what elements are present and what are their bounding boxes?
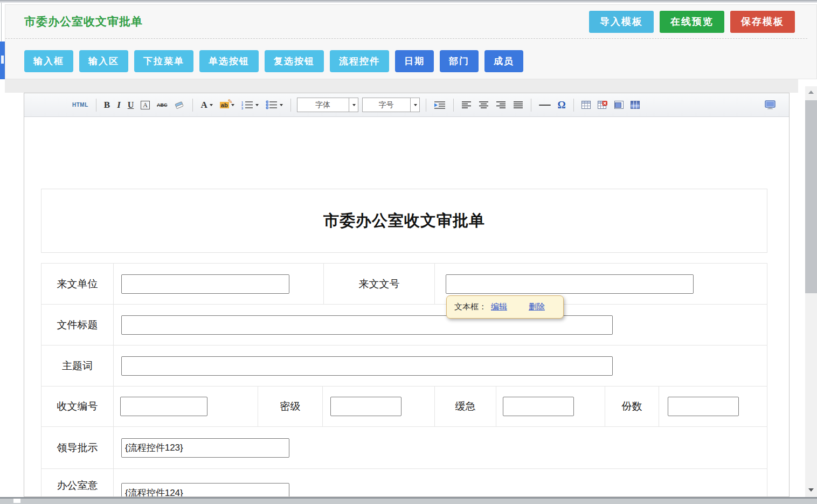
unordered-list-icon	[266, 100, 278, 109]
template-header-panel: 市委办公室收文审批单 导入模板 在线预览 保存模板 输入框 输入区 下拉菜单 单…	[5, 4, 817, 79]
editor-toolbar: HTML B I U A ABC A ab 1 2 3	[24, 93, 789, 117]
font-color-button[interactable]: A	[199, 99, 214, 112]
arrow-up-icon	[808, 91, 814, 94]
scroll-up-button[interactable]	[805, 86, 817, 98]
scrollbar-track[interactable]	[805, 86, 817, 497]
toolbar-separator	[192, 99, 193, 112]
window-top-edge	[0, 0, 817, 3]
leader-comments-cell	[114, 427, 767, 469]
font-family-select[interactable]: 字体	[297, 98, 358, 112]
italic-icon: I	[117, 100, 121, 111]
form-table: 来文单位 来文文号 文件标题 主题词	[41, 263, 767, 497]
table-cell-icon	[614, 101, 624, 109]
receipt-number-input[interactable]	[120, 397, 207, 416]
save-template-button[interactable]: 保存模板	[730, 11, 795, 33]
table-row: 领导批示	[41, 427, 767, 469]
secrecy-cell	[323, 386, 435, 427]
strikethrough-button[interactable]: ABC	[155, 101, 169, 109]
widget-textarea-button[interactable]: 输入区	[79, 50, 128, 72]
copies-input[interactable]	[668, 397, 739, 416]
strikethrough-icon: ABC	[157, 102, 168, 108]
subject-words-input[interactable]	[121, 356, 613, 376]
table-row: 来文单位 来文文号	[41, 264, 767, 305]
widget-department-button[interactable]: 部门	[440, 50, 479, 72]
widget-flow-control-button[interactable]: 流程控件	[330, 50, 389, 72]
incoming-number-label: 来文文号	[324, 264, 435, 305]
secrecy-input[interactable]	[330, 397, 401, 416]
toolbar-separator	[426, 99, 426, 112]
remove-format-button[interactable]	[172, 99, 186, 111]
fullscreen-button[interactable]	[763, 99, 777, 111]
scrollbar-thumb[interactable]	[805, 100, 817, 293]
justify-icon	[513, 101, 523, 109]
tooltip-delete-link[interactable]: 删除	[529, 302, 545, 312]
widget-toolbar: 输入框 输入区 下拉菜单 单选按钮 复选按钮 流程控件 日期 部门 成员	[5, 39, 816, 72]
align-center-button[interactable]	[477, 100, 490, 110]
online-preview-button[interactable]: 在线预览	[660, 11, 724, 33]
font-style-button[interactable]: A	[139, 100, 151, 111]
ordered-list-icon: 1 2 3	[241, 100, 253, 109]
doc-title-label: 文件标题	[41, 305, 114, 346]
copies-label: 份数	[605, 386, 659, 427]
fullscreen-monitor-icon	[765, 100, 776, 109]
unordered-list-button[interactable]	[264, 99, 285, 111]
dropdown-button[interactable]	[410, 98, 419, 112]
font-style-icon: A	[141, 101, 150, 109]
align-right-button[interactable]	[494, 100, 508, 110]
underline-button[interactable]: U	[126, 99, 136, 111]
align-left-button[interactable]	[460, 100, 473, 110]
font-color-icon: A	[200, 100, 207, 111]
scroll-down-button[interactable]	[805, 484, 817, 496]
delete-table-button[interactable]	[596, 100, 609, 110]
office-opinion-input[interactable]	[121, 483, 289, 497]
incoming-unit-input[interactable]	[121, 274, 289, 294]
special-char-button[interactable]: Ω	[556, 98, 567, 112]
table-cell-properties-button[interactable]	[613, 100, 625, 110]
import-template-button[interactable]: 导入模板	[589, 11, 654, 33]
bold-icon: B	[104, 100, 110, 111]
chevron-down-icon	[210, 104, 213, 106]
font-size-label: 字号	[363, 100, 410, 110]
toolbar-separator	[96, 99, 96, 112]
widget-member-button[interactable]: 成员	[484, 50, 523, 72]
ordered-list-button[interactable]: 1 2 3	[240, 99, 260, 111]
align-right-icon	[496, 101, 506, 109]
indent-button[interactable]	[432, 100, 447, 111]
incoming-number-input[interactable]	[446, 274, 694, 294]
background-button-fragment	[0, 42, 5, 79]
arrow-down-icon	[808, 488, 814, 492]
widget-dropdown-button[interactable]: 下拉菜单	[134, 50, 193, 72]
delete-table-icon	[598, 101, 607, 109]
highlight-color-button[interactable]: ab	[218, 101, 236, 109]
bottom-edge-fragment	[13, 499, 20, 503]
subject-words-label: 主题词	[41, 346, 114, 386]
omega-icon: Ω	[558, 99, 566, 111]
font-size-select[interactable]: 字号	[362, 98, 420, 112]
insert-table-button[interactable]	[580, 100, 592, 110]
tooltip-edit-link[interactable]: 编辑	[491, 302, 507, 312]
receipt-number-label: 收文编号	[41, 386, 114, 427]
chevron-down-icon	[255, 104, 259, 106]
widget-input-box-button[interactable]: 输入框	[24, 50, 73, 72]
highlight-icon: ab	[220, 102, 229, 108]
widget-date-button[interactable]: 日期	[395, 50, 434, 72]
horizontal-rule-button[interactable]	[537, 103, 552, 107]
widget-radio-button[interactable]: 单选按钮	[199, 50, 259, 72]
header-actions: 导入模板 在线预览 保存模板	[589, 11, 795, 33]
justify-button[interactable]	[511, 100, 525, 110]
window-bottom-edge	[0, 497, 817, 504]
widget-checkbox-button[interactable]: 复选按钮	[265, 50, 324, 72]
bold-button[interactable]: B	[102, 99, 112, 112]
chevron-down-icon	[414, 104, 417, 106]
urgency-input[interactable]	[503, 397, 574, 416]
incoming-unit-cell	[114, 264, 324, 305]
html-source-button[interactable]: HTML	[71, 101, 90, 109]
toolbar-separator	[453, 99, 454, 112]
chevron-down-icon	[352, 104, 356, 106]
editor-content[interactable]: 市委办公室收文审批单 来文单位 来文文号 文件标题	[24, 117, 789, 496]
table-properties-button[interactable]	[629, 100, 641, 110]
italic-button[interactable]: I	[115, 99, 122, 112]
office-opinion-cell	[114, 469, 767, 497]
leader-comments-input[interactable]	[121, 438, 289, 458]
dropdown-button[interactable]	[349, 98, 358, 112]
